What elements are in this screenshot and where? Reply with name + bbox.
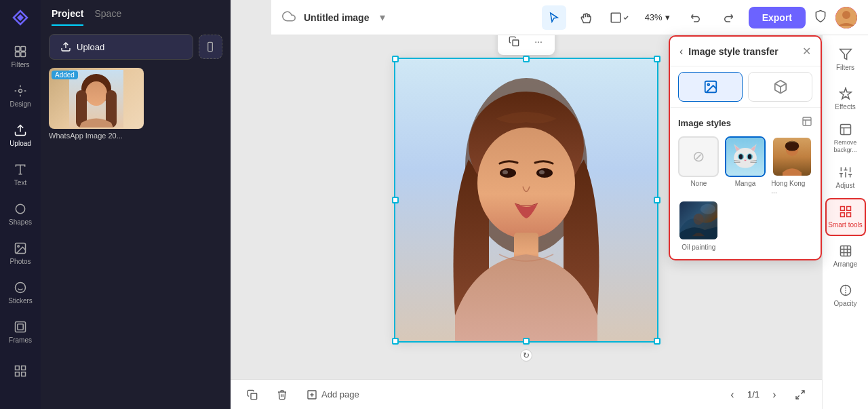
right-tool-filters[interactable]: Filters bbox=[825, 41, 866, 79]
sidebar-item-frames[interactable]: Frames bbox=[3, 313, 37, 350]
svg-point-6 bbox=[16, 204, 24, 213]
ist-body: Image styles ⊘ None bbox=[670, 108, 821, 259]
style-none[interactable]: ⊘ None bbox=[678, 136, 719, 195]
ist-title: Image style transfer bbox=[688, 46, 797, 57]
select-tool-button[interactable] bbox=[542, 5, 566, 30]
svg-rect-46 bbox=[840, 125, 850, 135]
svg-point-23 bbox=[85, 81, 107, 106]
svg-rect-17 bbox=[16, 372, 20, 376]
style-none-thumb: ⊘ bbox=[678, 136, 719, 177]
redo-button[interactable] bbox=[716, 5, 741, 30]
cloud-icon bbox=[282, 9, 296, 26]
ist-tabs bbox=[670, 66, 821, 108]
svg-point-35 bbox=[536, 168, 553, 178]
added-badge: Added bbox=[52, 71, 78, 79]
app-logo[interactable] bbox=[8, 5, 33, 30]
sidebar-item-photos[interactable]: Photos bbox=[3, 235, 37, 271]
svg-rect-65 bbox=[803, 117, 811, 125]
top-bar: Untitled image ▾ bbox=[271, 0, 868, 35]
frame-tool-button[interactable] bbox=[607, 5, 631, 30]
zoom-display[interactable]: 43% ▾ bbox=[639, 9, 675, 25]
prev-page-button[interactable]: ‹ bbox=[723, 385, 742, 404]
svg-rect-13 bbox=[18, 324, 23, 329]
right-tool-smart-tools[interactable]: Smart tools bbox=[825, 198, 866, 236]
panel-content: Upload bbox=[41, 26, 231, 409]
next-page-button[interactable]: › bbox=[765, 385, 784, 404]
ist-section-header: Image styles bbox=[678, 116, 812, 130]
svg-point-75 bbox=[748, 154, 752, 159]
svg-point-36 bbox=[502, 170, 508, 174]
svg-rect-12 bbox=[16, 322, 26, 332]
bottom-expand-button[interactable] bbox=[789, 384, 811, 406]
ist-styles-grid: ⊘ None bbox=[678, 136, 812, 251]
svg-rect-15 bbox=[22, 366, 26, 370]
bottom-copy-button[interactable] bbox=[241, 384, 263, 406]
ist-section-icon[interactable] bbox=[802, 116, 812, 130]
svg-point-85 bbox=[694, 214, 704, 225]
svg-line-43 bbox=[801, 391, 804, 394]
style-oilpainting-label: Oil painting bbox=[682, 244, 715, 251]
space-tab[interactable]: Space bbox=[94, 8, 121, 26]
ist-tab-style[interactable] bbox=[748, 72, 812, 102]
svg-rect-16 bbox=[22, 372, 26, 376]
right-tool-remove-bg[interactable]: Remove backgr... bbox=[825, 119, 866, 157]
sidebar-item-design[interactable]: Design bbox=[3, 77, 37, 114]
svg-rect-56 bbox=[840, 207, 844, 211]
ist-tab-image[interactable] bbox=[678, 72, 743, 102]
export-button[interactable]: Export bbox=[749, 7, 806, 28]
right-tool-effects[interactable]: Effects bbox=[825, 80, 866, 118]
upload-button[interactable]: Upload bbox=[49, 34, 193, 60]
bottom-delete-button[interactable] bbox=[271, 384, 293, 406]
right-tool-opacity[interactable]: Opacity bbox=[825, 277, 866, 315]
sidebar-item-templates[interactable]: Filters bbox=[3, 38, 37, 75]
shield-icon[interactable] bbox=[814, 9, 827, 26]
ist-back-button[interactable]: ‹ bbox=[679, 45, 683, 58]
sidebar-item-stickers[interactable]: Stickers bbox=[3, 274, 37, 311]
style-manga[interactable]: Manga bbox=[725, 136, 766, 195]
panel-tabs: Project Space bbox=[41, 0, 231, 26]
undo-button[interactable] bbox=[684, 5, 708, 30]
left-sidebar: Filters Design Upload Text Shap bbox=[0, 0, 41, 409]
svg-marker-45 bbox=[840, 50, 851, 60]
svg-point-9 bbox=[16, 282, 26, 292]
right-tool-arrange[interactable]: Arrange bbox=[825, 237, 866, 275]
sidebar-item-text[interactable]: Text bbox=[3, 156, 37, 193]
zoom-caret-icon: ▾ bbox=[665, 12, 670, 22]
uploaded-image-card[interactable]: Added bbox=[49, 68, 144, 129]
style-hongkong-thumb bbox=[772, 136, 812, 177]
image-label: WhatsApp Image 20... bbox=[49, 132, 222, 140]
project-tab[interactable]: Project bbox=[52, 8, 83, 26]
svg-rect-29 bbox=[513, 40, 519, 46]
rotate-handle[interactable]: ↻ bbox=[520, 349, 532, 362]
svg-rect-26 bbox=[611, 13, 620, 22]
add-page-button[interactable]: Add page bbox=[301, 387, 365, 403]
user-avatar[interactable] bbox=[835, 7, 857, 28]
svg-rect-58 bbox=[846, 213, 850, 217]
canvas-frame[interactable]: ↻ bbox=[394, 58, 658, 343]
svg-rect-39 bbox=[251, 393, 257, 400]
svg-point-34 bbox=[500, 168, 516, 178]
sidebar-item-grid[interactable] bbox=[3, 353, 37, 389]
svg-rect-0 bbox=[16, 46, 20, 51]
svg-point-74 bbox=[739, 154, 743, 159]
style-hongkong[interactable]: Hong Kong ... bbox=[771, 136, 812, 195]
ist-header: ‹ Image style transfer ✕ bbox=[670, 37, 821, 66]
image-style-transfer-panel: ‹ Image style transfer ✕ bbox=[669, 35, 822, 260]
right-tool-adjust[interactable]: Adjust bbox=[825, 159, 866, 197]
svg-rect-57 bbox=[846, 207, 850, 211]
hand-tool-button[interactable] bbox=[574, 5, 599, 30]
sidebar-item-upload[interactable]: Upload bbox=[3, 117, 37, 153]
svg-point-33 bbox=[477, 128, 575, 239]
svg-rect-2 bbox=[16, 52, 20, 56]
ist-close-button[interactable]: ✕ bbox=[802, 45, 811, 58]
style-oilpainting-thumb bbox=[678, 200, 719, 241]
svg-rect-1 bbox=[21, 46, 26, 51]
svg-line-44 bbox=[796, 395, 800, 399]
title-dropdown-icon[interactable]: ▾ bbox=[380, 11, 385, 24]
sidebar-item-shapes[interactable]: Shapes bbox=[3, 195, 37, 232]
svg-rect-60 bbox=[840, 246, 850, 256]
svg-point-37 bbox=[539, 170, 545, 174]
mobile-view-button[interactable] bbox=[199, 35, 222, 59]
style-oilpainting[interactable]: Oil painting bbox=[678, 200, 719, 251]
document-title[interactable]: Untitled image bbox=[304, 12, 369, 23]
